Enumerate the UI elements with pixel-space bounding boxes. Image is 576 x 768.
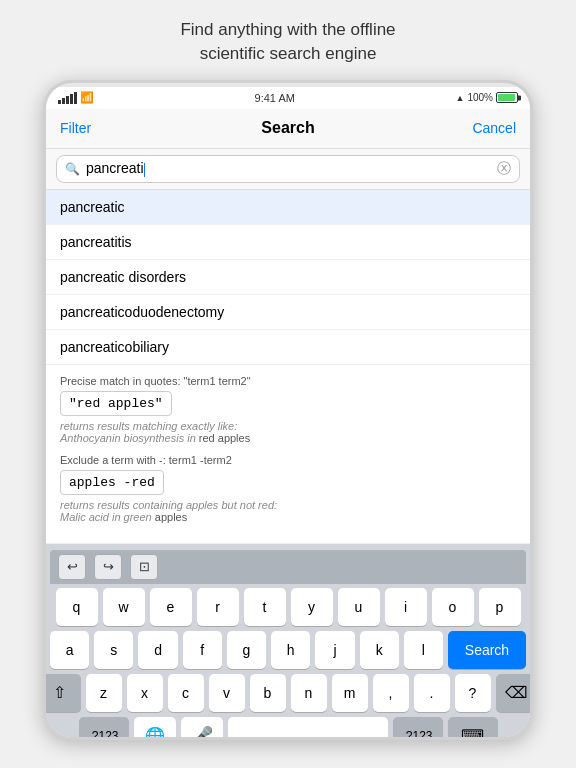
key-j[interactable]: j — [315, 631, 354, 669]
wifi-icon: 📶 — [80, 91, 94, 104]
battery-fill — [498, 94, 515, 101]
help-label-exclude: Exclude a term with -: term1 -term2 — [60, 454, 516, 466]
key-k[interactable]: k — [360, 631, 399, 669]
help-section-exclude: Exclude a term with -: term1 -term2 appl… — [60, 454, 516, 523]
caption-line2: scientific search engine — [200, 44, 377, 63]
key-v[interactable]: v — [209, 674, 245, 712]
toolbar-paste-button[interactable]: ⊡ — [130, 554, 158, 580]
key-y[interactable]: y — [291, 588, 333, 626]
toolbar-undo-button[interactable]: ↩ — [58, 554, 86, 580]
device-frame: 📶 9:41 AM ▲ 100% Filter Search Cancel 🔍 … — [43, 80, 533, 740]
help-example-quotes: "red apples" — [60, 391, 172, 416]
signal-bars — [58, 92, 77, 104]
signal-bar-1 — [58, 100, 61, 104]
key-e[interactable]: e — [150, 588, 192, 626]
location-arrow-icon: ▲ — [455, 93, 464, 103]
key-c[interactable]: c — [168, 674, 204, 712]
cancel-button[interactable]: Cancel — [472, 120, 516, 136]
autocomplete-item-1[interactable]: pancreatitis — [46, 225, 530, 260]
autocomplete-item-2[interactable]: pancreatic disorders — [46, 260, 530, 295]
help-result-example-prefix2: Malic acid in green — [60, 511, 155, 523]
globe-key[interactable]: 🌐 — [134, 717, 176, 737]
search-key[interactable]: Search — [448, 631, 526, 669]
help-result-example-highlight2: apples — [155, 511, 187, 523]
toolbar-redo-button[interactable]: ↪ — [94, 554, 122, 580]
search-help-section: Precise match in quotes: "term1 term2" "… — [46, 365, 530, 544]
help-result-text-quotes: returns results matching exactly like: — [60, 420, 237, 432]
battery-pct: 100% — [467, 92, 493, 103]
status-left: 📶 — [58, 91, 94, 104]
space-key[interactable] — [228, 717, 388, 737]
help-result-quotes: returns results matching exactly like: A… — [60, 420, 516, 444]
nav-title: Search — [261, 119, 314, 137]
key-period[interactable]: . — [414, 674, 450, 712]
key-g[interactable]: g — [227, 631, 266, 669]
key-z[interactable]: z — [86, 674, 122, 712]
status-time: 9:41 AM — [255, 92, 295, 104]
key-m[interactable]: m — [332, 674, 368, 712]
nav-bar: Filter Search Cancel — [46, 109, 530, 149]
search-query-text: pancreati — [86, 160, 144, 176]
help-result-example-highlight: red apples — [199, 432, 250, 444]
help-result-example-prefix: Anthocyanin biosynthesis in — [60, 432, 199, 444]
search-input-text: pancreati — [86, 160, 491, 176]
backspace-key[interactable]: ⌫ — [496, 674, 531, 712]
key-t[interactable]: t — [244, 588, 286, 626]
shift-key[interactable]: ⇧ — [46, 674, 81, 712]
signal-bar-5 — [74, 92, 77, 104]
keyboard-row-3: ⇧ z x c v b n m , . ? ⌫ — [50, 674, 526, 712]
help-label-quotes: Precise match in quotes: "term1 term2" — [60, 375, 516, 387]
autocomplete-dropdown: pancreatic pancreatitis pancreatic disor… — [46, 190, 530, 365]
key-x[interactable]: x — [127, 674, 163, 712]
numbers-key-right[interactable]: .?123 — [393, 717, 443, 737]
key-r[interactable]: r — [197, 588, 239, 626]
key-h[interactable]: h — [271, 631, 310, 669]
numbers-key[interactable]: .?123 — [79, 717, 129, 737]
help-result-text-exclude: returns results containing apples but no… — [60, 499, 277, 511]
help-section-quotes: Precise match in quotes: "term1 term2" "… — [60, 375, 516, 444]
microphone-key[interactable]: 🎤 — [181, 717, 223, 737]
autocomplete-item-4[interactable]: pancreaticobiliary — [46, 330, 530, 364]
caption-line1: Find anything with the offline — [180, 20, 395, 39]
key-question[interactable]: ? — [455, 674, 491, 712]
key-comma[interactable]: , — [373, 674, 409, 712]
search-bar: 🔍 pancreati ⓧ — [46, 149, 530, 190]
keyboard-row-2: a s d f g h j k l Search — [50, 631, 526, 669]
keyboard: ↩ ↪ ⊡ q w e r t y u i o p a s d — [46, 544, 530, 737]
help-example-exclude: apples -red — [60, 470, 164, 495]
device-screen: 📶 9:41 AM ▲ 100% Filter Search Cancel 🔍 … — [46, 83, 530, 737]
key-u[interactable]: u — [338, 588, 380, 626]
autocomplete-item-3[interactable]: pancreaticoduodenectomy — [46, 295, 530, 330]
text-cursor — [144, 163, 145, 177]
keyboard-toolbar: ↩ ↪ ⊡ — [50, 550, 526, 584]
key-l[interactable]: l — [404, 631, 443, 669]
signal-bar-2 — [62, 98, 65, 104]
key-p[interactable]: p — [479, 588, 521, 626]
keyboard-row-1: q w e r t y u i o p — [50, 588, 526, 626]
status-bar: 📶 9:41 AM ▲ 100% — [46, 87, 530, 109]
key-w[interactable]: w — [103, 588, 145, 626]
page-caption: Find anything with the offline scientifi… — [140, 0, 435, 80]
key-i[interactable]: i — [385, 588, 427, 626]
filter-button[interactable]: Filter — [60, 120, 91, 136]
key-q[interactable]: q — [56, 588, 98, 626]
key-a[interactable]: a — [50, 631, 89, 669]
help-result-exclude: returns results containing apples but no… — [60, 499, 516, 523]
search-input-container[interactable]: 🔍 pancreati ⓧ — [56, 155, 520, 183]
key-d[interactable]: d — [138, 631, 177, 669]
battery-icon — [496, 92, 518, 103]
key-n[interactable]: n — [291, 674, 327, 712]
search-icon: 🔍 — [65, 162, 80, 176]
status-right: ▲ 100% — [455, 92, 518, 103]
keyboard-bottom-row: .?123 🌐 🎤 .?123 ⌨ — [50, 717, 526, 737]
keyboard-hide-key[interactable]: ⌨ — [448, 717, 498, 737]
key-f[interactable]: f — [183, 631, 222, 669]
autocomplete-item-0[interactable]: pancreatic — [46, 190, 530, 225]
clear-search-button[interactable]: ⓧ — [497, 160, 511, 178]
key-o[interactable]: o — [432, 588, 474, 626]
signal-bar-3 — [66, 96, 69, 104]
signal-bar-4 — [70, 94, 73, 104]
key-s[interactable]: s — [94, 631, 133, 669]
key-b[interactable]: b — [250, 674, 286, 712]
